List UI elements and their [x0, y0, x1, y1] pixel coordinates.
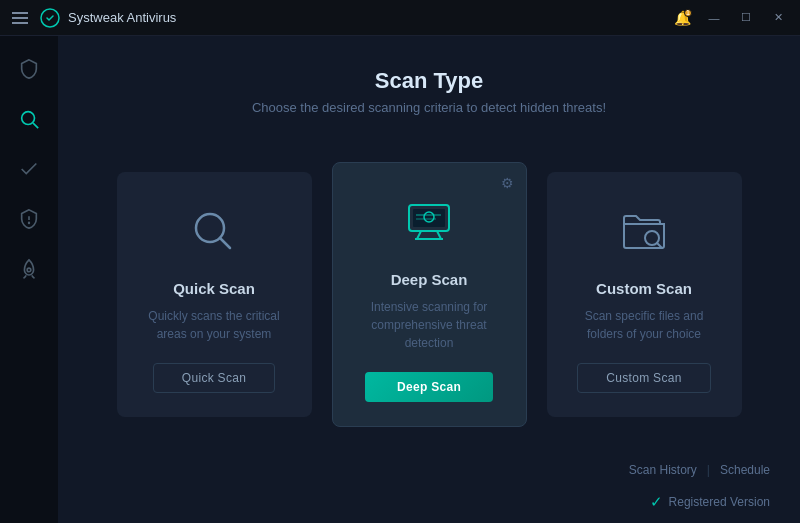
custom-scan-desc: Scan specific files and folders of your … [567, 307, 722, 343]
custom-scan-title: Custom Scan [596, 280, 692, 297]
scan-history-link[interactable]: Scan History [629, 463, 697, 477]
notification-bell[interactable]: 🔔 1 [668, 7, 696, 29]
sidebar-item-home[interactable] [8, 48, 50, 90]
quick-scan-title: Quick Scan [173, 280, 255, 297]
maximize-button[interactable]: ☐ [732, 7, 760, 29]
page-subtitle: Choose the desired scanning criteria to … [58, 100, 800, 115]
app-title: Systweak Antivirus [68, 10, 176, 25]
menu-icon[interactable] [8, 8, 32, 28]
sidebar-item-shield[interactable] [8, 198, 50, 240]
title-bar: Systweak Antivirus 🔔 1 — ☐ ✕ [0, 0, 800, 36]
quick-scan-desc: Quickly scans the critical areas on your… [137, 307, 292, 343]
sidebar-item-protection[interactable] [8, 148, 50, 190]
page-title: Scan Type [58, 68, 800, 94]
footer-links: Scan History | Schedule [629, 463, 770, 477]
content-footer: Scan History | Schedule [58, 453, 800, 489]
deep-scan-desc: Intensive scanning for comprehensive thr… [353, 298, 506, 352]
svg-point-1 [22, 112, 35, 125]
custom-scan-icon [612, 200, 676, 264]
registered-text: Registered Version [669, 495, 770, 509]
svg-line-2 [33, 123, 38, 128]
sidebar-item-boost[interactable] [8, 248, 50, 290]
custom-scan-card: Custom Scan Scan specific files and fold… [547, 172, 742, 417]
deep-scan-button[interactable]: Deep Scan [365, 372, 493, 402]
content-area: Scan Type Choose the desired scanning cr… [58, 36, 800, 523]
sidebar [0, 36, 58, 523]
svg-line-10 [437, 231, 441, 239]
title-bar-left: Systweak Antivirus [8, 8, 176, 28]
deep-scan-title: Deep Scan [391, 271, 468, 288]
main-layout: Scan Type Choose the desired scanning cr… [0, 36, 800, 523]
quick-scan-card: Quick Scan Quickly scans the critical ar… [117, 172, 312, 417]
registered-row: ✓ Registered Version [58, 489, 800, 523]
custom-scan-button[interactable]: Custom Scan [577, 363, 710, 393]
registered-icon: ✓ [650, 493, 663, 511]
page-header: Scan Type Choose the desired scanning cr… [58, 36, 800, 135]
deep-scan-icon [397, 191, 461, 255]
scan-cards-container: Quick Scan Quickly scans the critical ar… [58, 135, 800, 453]
svg-line-7 [220, 238, 230, 248]
title-bar-right: 🔔 1 — ☐ ✕ [668, 7, 792, 29]
quick-scan-icon [182, 200, 246, 264]
settings-icon[interactable]: ⚙ [501, 175, 514, 191]
close-button[interactable]: ✕ [764, 7, 792, 29]
footer-divider: | [707, 463, 710, 477]
deep-scan-card: ⚙ Deep Sc [332, 162, 527, 427]
svg-point-5 [27, 268, 31, 272]
svg-line-9 [417, 231, 421, 239]
quick-scan-button[interactable]: Quick Scan [153, 363, 275, 393]
schedule-link[interactable]: Schedule [720, 463, 770, 477]
sidebar-item-scan[interactable] [8, 98, 50, 140]
minimize-button[interactable]: — [700, 7, 728, 29]
app-logo-icon [40, 8, 60, 28]
